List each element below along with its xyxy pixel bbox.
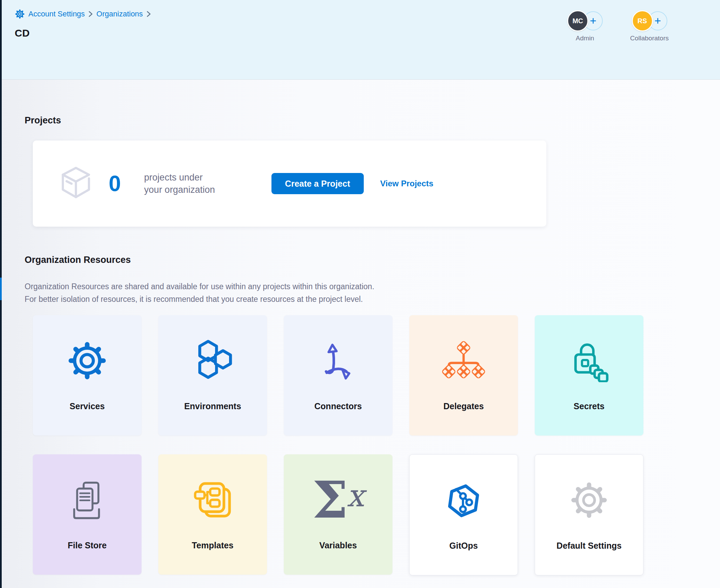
collaborators-label: Collaborators [630, 35, 669, 42]
resources-grid: Services Environments [33, 315, 720, 575]
resource-card-secrets[interactable]: Secrets [535, 315, 643, 436]
resource-card-delegates[interactable]: Delegates [409, 315, 518, 436]
resource-card-default-settings[interactable]: Default Settings [535, 454, 643, 575]
collaborator-avatar[interactable]: RS [632, 10, 653, 31]
secrets-lock-icon [535, 330, 643, 391]
resource-card-environments[interactable]: Environments [158, 315, 267, 436]
variables-sigma-icon: Σ x [284, 469, 392, 530]
resource-card-variables[interactable]: Σ x Variables [284, 454, 392, 575]
resource-card-label: Variables [284, 540, 392, 550]
project-count-description: projects under your organization [144, 171, 247, 196]
admin-avatar[interactable]: MC [567, 10, 588, 31]
resource-card-label: Environments [158, 401, 267, 411]
resource-card-label: File Store [33, 540, 142, 550]
projects-summary-card[interactable]: 0 projects under your organization Creat… [33, 141, 546, 227]
project-cube-icon [59, 165, 93, 202]
main-content: Projects 0 projects under your organizat… [2, 80, 720, 588]
resource-card-label: Templates [158, 540, 267, 550]
connectors-arrows-icon [284, 330, 392, 391]
resource-card-label: Default Settings [535, 541, 643, 551]
resource-card-services[interactable]: Services [33, 315, 142, 436]
breadcrumb-organizations[interactable]: Organizations [96, 10, 143, 18]
services-gear-icon [33, 330, 142, 391]
breadcrumb: Account Settings Organizations [15, 9, 151, 19]
create-project-button[interactable]: Create a Project [271, 173, 364, 194]
gitops-branch-icon [410, 470, 518, 531]
delegates-network-icon [409, 330, 518, 391]
admin-member-group: MC Admin [567, 10, 603, 42]
file-store-documents-icon [33, 469, 142, 530]
chevron-right-icon [146, 10, 151, 18]
organization-resources-heading: Organization Resources [25, 254, 720, 266]
view-projects-link[interactable]: View Projects [380, 179, 434, 188]
project-count: 0 [109, 173, 121, 195]
chevron-right-icon [88, 10, 93, 18]
environments-hexagons-icon [158, 330, 267, 391]
organization-resources-description: Organization Resources are shared and av… [25, 280, 720, 306]
resource-card-label: Delegates [409, 401, 518, 411]
resource-card-connectors[interactable]: Connectors [284, 315, 392, 436]
page-title: CD [15, 27, 30, 39]
resource-card-label: Services [33, 401, 142, 411]
collapsed-sidebar-strip[interactable] [0, 0, 2, 588]
sidebar-accent-indicator [0, 278, 2, 300]
admin-label: Admin [576, 35, 594, 42]
templates-flowchart-icon [158, 469, 267, 530]
resource-card-file-store[interactable]: File Store [33, 454, 142, 575]
settings-gear-icon [15, 9, 25, 19]
breadcrumb-account-settings[interactable]: Account Settings [28, 10, 85, 18]
collaborators-member-group: RS Collaborators [630, 10, 669, 42]
resource-card-gitops[interactable]: GitOps [409, 454, 518, 575]
plus-icon [589, 17, 597, 25]
org-members: MC Admin RS Collaborators [567, 10, 669, 42]
page-header: Account Settings Organizations CD MC Adm… [2, 0, 720, 80]
resource-card-label: Connectors [284, 401, 392, 411]
resource-card-label: Secrets [535, 401, 643, 411]
resource-card-templates[interactable]: Templates [158, 454, 267, 575]
plus-icon [654, 17, 662, 25]
projects-heading: Projects [25, 115, 720, 126]
resource-card-label: GitOps [410, 541, 518, 551]
default-settings-gear-icon [535, 470, 643, 531]
